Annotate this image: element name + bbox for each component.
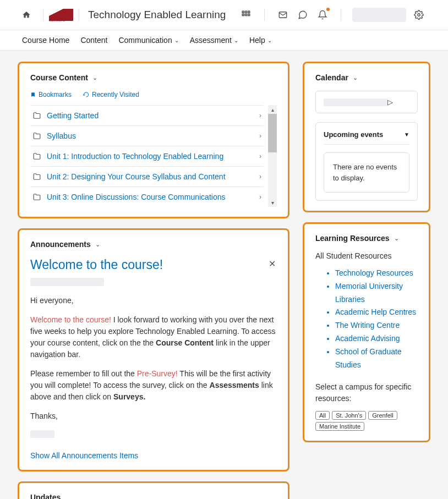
scroll-up-button[interactable]: ▴ (268, 105, 277, 114)
chevron-right-icon: › (259, 152, 261, 160)
course-content-widget: Course Content ⌄ Bookmarks Recently Visi… (18, 62, 289, 218)
content-item-unit3[interactable]: Unit 3: Online Discussions: Course Commu… (30, 187, 264, 207)
close-icon[interactable]: ✕ (267, 257, 277, 270)
calendar-widget: Calendar ⌄ ▷ Upcoming events ▼ There are… (303, 62, 430, 212)
folder-icon (32, 173, 41, 180)
intro-paragraph: Welcome to the course! I look forward to… (30, 314, 277, 360)
recent-icon (83, 91, 89, 98)
nav-course-home[interactable]: Course Home (22, 36, 69, 45)
chevron-down-icon[interactable]: ⌄ (95, 241, 100, 248)
nav-assessment[interactable]: Assessment⌄ (190, 36, 238, 45)
scroll-down-button[interactable]: ▾ (268, 198, 277, 207)
show-all-announcements-link[interactable]: Show All Announcements Items (30, 451, 277, 460)
divider (43, 9, 43, 21)
gear-icon[interactable] (412, 8, 426, 22)
resource-link[interactable]: The Writing Centre (335, 319, 418, 332)
scroll-thumb[interactable] (268, 114, 277, 152)
campus-pill-marine[interactable]: Marine Institute (315, 422, 364, 431)
widget-title: Announcements (30, 240, 91, 249)
divider (79, 9, 79, 21)
upcoming-title: Upcoming events (324, 130, 383, 139)
signature-placeholder (30, 430, 54, 438)
next-month-icon[interactable]: ▷ (387, 98, 393, 106)
notification-dot (326, 8, 330, 11)
content-item-getting-started[interactable]: Getting Started › (30, 105, 264, 126)
chevron-right-icon: › (259, 112, 261, 119)
mail-icon[interactable] (276, 8, 290, 22)
folder-icon (32, 132, 41, 140)
memorial-logo[interactable] (49, 9, 73, 21)
nav-help[interactable]: Help⌄ (249, 36, 272, 45)
learning-resources-widget: Learning Resources ⌄ All Student Resourc… (303, 222, 430, 442)
chevron-down-icon[interactable]: ⌄ (353, 74, 358, 81)
nav-label: Content (80, 36, 107, 45)
chevron-down-icon: ⌄ (267, 37, 272, 43)
highlight-text: Welcome to the course! (30, 315, 111, 324)
resource-link[interactable]: Academic Advising (335, 332, 418, 346)
content-link: Unit 3: Online Discussions: Course Commu… (47, 193, 259, 201)
bookmark-icon (30, 91, 36, 98)
resource-link[interactable]: Academic Help Centres (335, 306, 418, 319)
updates-widget: Updates 1 Unread Discussion Posts 84 New… (18, 481, 289, 499)
course-title: Technology Enabled Learning (88, 9, 226, 21)
resource-link[interactable]: Memorial University Libraries (335, 280, 418, 306)
topbar: Technology Enabled Learning (0, 0, 448, 30)
campus-pills: All St. John's Grenfell Marine Institute (315, 411, 418, 431)
all-students-header: All Student Resources (315, 251, 418, 260)
profile-placeholder[interactable] (352, 8, 406, 22)
nav-communication[interactable]: Communication⌄ (118, 36, 178, 45)
chevron-right-icon: › (259, 173, 261, 180)
chevron-right-icon: › (259, 132, 261, 140)
svg-rect-1 (245, 11, 247, 13)
svg-point-7 (418, 14, 420, 17)
nav-content[interactable]: Content (80, 36, 107, 45)
svg-rect-5 (248, 14, 250, 16)
resource-link[interactable]: School of Graduate Studies (335, 346, 418, 372)
bookmarks-link[interactable]: Bookmarks (30, 91, 72, 98)
month-placeholder (324, 98, 387, 106)
calendar-month-selector: ▷ (315, 91, 418, 113)
thanks: Thanks, (30, 410, 277, 422)
dropdown-icon[interactable]: ▼ (404, 131, 409, 138)
svg-rect-0 (242, 11, 244, 13)
recently-visited-label: Recently Visited (92, 91, 139, 98)
chevron-down-icon: ⌄ (174, 37, 179, 43)
scrollbar[interactable]: ▴ ▾ (268, 105, 277, 207)
recently-visited-link[interactable]: Recently Visited (83, 91, 139, 98)
announcement-body: Hi everyone, Welcome to the course! I lo… (30, 295, 277, 441)
svg-rect-3 (242, 14, 244, 16)
campus-label: Select a campus for specific resources: (315, 381, 418, 404)
announcement-meta-placeholder (30, 278, 104, 286)
svg-rect-2 (248, 11, 250, 13)
apps-icon[interactable] (239, 8, 253, 22)
greeting: Hi everyone, (30, 295, 277, 306)
divider (264, 9, 265, 21)
campus-pill-stjohns[interactable]: St. John's (332, 411, 366, 420)
upcoming-events-box: Upcoming events ▼ There are no events to… (315, 122, 418, 201)
divider (341, 9, 341, 21)
chevron-down-icon[interactable]: ⌄ (394, 235, 399, 242)
chevron-down-icon: ⌄ (234, 37, 238, 43)
widget-title: Learning Resources (315, 234, 390, 243)
folder-icon (32, 112, 41, 119)
resource-link[interactable]: Technology Resources (335, 267, 418, 280)
content-item-unit1[interactable]: Unit 1: Introduction to Technology Enabl… (30, 146, 264, 167)
svg-rect-4 (245, 14, 247, 16)
content-item-unit2[interactable]: Unit 2: Designing Your Course Syllabus a… (30, 167, 264, 187)
announcements-widget: Announcements ⌄ Welcome to the course! ✕… (18, 228, 289, 471)
navbar: Course Home Content Communication⌄ Asses… (0, 30, 448, 51)
announcement-title[interactable]: Welcome to the course! (30, 257, 267, 272)
folder-icon (32, 193, 41, 201)
campus-pill-grenfell[interactable]: Grenfell (368, 411, 397, 420)
bell-icon[interactable] (315, 8, 330, 22)
chat-icon[interactable] (296, 8, 310, 22)
content-item-syllabus[interactable]: Syllabus › (30, 126, 264, 146)
widget-title: Course Content (30, 73, 88, 82)
home-icon[interactable] (22, 10, 31, 19)
nav-label: Course Home (22, 36, 69, 45)
content-list: Getting Started › Syllabus › Unit 1: Int… (30, 105, 264, 207)
chevron-down-icon[interactable]: ⌄ (92, 74, 97, 81)
resource-links-list: Technology Resources Memorial University… (315, 267, 418, 371)
campus-pill-all[interactable]: All (315, 411, 330, 420)
folder-icon (32, 152, 41, 160)
